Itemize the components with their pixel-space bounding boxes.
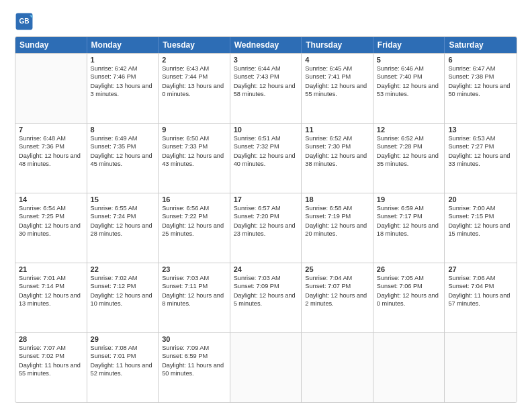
day-number: 5 <box>377 56 441 64</box>
daylight-text-2: 53 minutes. <box>377 90 441 98</box>
daylight-text-2: 2 minutes. <box>305 300 369 308</box>
calendar-row: 21Sunrise: 7:01 AMSunset: 7:14 PMDayligh… <box>15 263 517 332</box>
sunset-text: Sunset: 7:02 PM <box>19 352 83 360</box>
daylight-text-2: 58 minutes. <box>234 90 298 98</box>
sunrise-text: Sunrise: 6:54 AM <box>19 204 83 212</box>
sunset-text: Sunset: 7:38 PM <box>448 73 513 81</box>
calendar-cell: 17Sunrise: 6:57 AMSunset: 7:20 PMDayligh… <box>230 193 302 263</box>
daylight-text-1: Daylight: 12 hours and <box>377 152 441 160</box>
calendar-cell: 11Sunrise: 6:52 AMSunset: 7:30 PMDayligh… <box>302 124 373 193</box>
sunrise-text: Sunrise: 6:55 AM <box>91 204 155 212</box>
calendar-cell: 9Sunrise: 6:50 AMSunset: 7:33 PMDaylight… <box>159 124 230 193</box>
daylight-text-2: 5 minutes. <box>234 300 298 308</box>
calendar-header: SundayMondayTuesdayWednesdayThursdayFrid… <box>15 37 517 53</box>
sunset-text: Sunset: 7:46 PM <box>91 73 155 81</box>
sunset-text: Sunset: 7:32 PM <box>234 142 298 150</box>
calendar-cell: 14Sunrise: 6:54 AMSunset: 7:25 PMDayligh… <box>15 193 87 263</box>
calendar-cell: 7Sunrise: 6:48 AMSunset: 7:36 PMDaylight… <box>15 124 87 193</box>
weekday-header: Sunday <box>15 37 87 53</box>
day-number: 12 <box>377 126 441 134</box>
daylight-text-1: Daylight: 12 hours and <box>234 291 298 300</box>
day-number: 9 <box>162 126 226 134</box>
daylight-text-2: 25 minutes. <box>162 230 226 238</box>
daylight-text-2: 55 minutes. <box>19 369 83 377</box>
day-number: 10 <box>234 126 298 134</box>
sunset-text: Sunset: 7:40 PM <box>377 73 441 81</box>
daylight-text-2: 38 minutes. <box>305 160 369 168</box>
daylight-text-1: Daylight: 11 hours and <box>448 291 513 300</box>
calendar: SundayMondayTuesdayWednesdayThursdayFrid… <box>15 36 517 403</box>
sunrise-text: Sunrise: 6:52 AM <box>305 134 369 142</box>
sunset-text: Sunset: 7:24 PM <box>91 212 155 220</box>
sunrise-text: Sunrise: 7:05 AM <box>377 274 441 282</box>
logo-icon: GB <box>15 12 34 31</box>
day-number: 13 <box>448 126 513 134</box>
day-number: 17 <box>234 195 298 203</box>
sunset-text: Sunset: 7:12 PM <box>91 282 155 290</box>
sunset-text: Sunset: 7:11 PM <box>162 282 226 290</box>
sunrise-text: Sunrise: 6:53 AM <box>448 134 513 142</box>
daylight-text-2: 13 minutes. <box>19 300 83 308</box>
sunrise-text: Sunrise: 6:48 AM <box>19 134 83 142</box>
calendar-cell: 19Sunrise: 6:59 AMSunset: 7:17 PMDayligh… <box>373 193 445 263</box>
day-number: 7 <box>19 126 83 134</box>
sunset-text: Sunset: 7:06 PM <box>377 282 441 290</box>
weekday-header: Friday <box>373 37 445 53</box>
daylight-text-2: 52 minutes. <box>91 369 155 377</box>
weekday-header: Wednesday <box>230 37 302 53</box>
calendar-row: 28Sunrise: 7:07 AMSunset: 7:02 PMDayligh… <box>15 332 517 402</box>
sunrise-text: Sunrise: 6:42 AM <box>91 64 155 73</box>
daylight-text-1: Daylight: 12 hours and <box>91 222 155 230</box>
calendar-cell: 2Sunrise: 6:43 AMSunset: 7:44 PMDaylight… <box>159 54 230 123</box>
calendar-cell <box>373 333 445 402</box>
calendar-cell: 30Sunrise: 7:09 AMSunset: 6:59 PMDayligh… <box>159 333 230 402</box>
daylight-text-1: Daylight: 12 hours and <box>234 222 298 230</box>
daylight-text-1: Daylight: 12 hours and <box>162 291 226 300</box>
calendar-cell: 26Sunrise: 7:05 AMSunset: 7:06 PMDayligh… <box>373 263 445 332</box>
daylight-text-2: 20 minutes. <box>305 230 369 238</box>
sunset-text: Sunset: 7:01 PM <box>91 352 155 360</box>
daylight-text-1: Daylight: 12 hours and <box>19 291 83 300</box>
daylight-text-1: Daylight: 11 hours and <box>162 361 226 369</box>
daylight-text-2: 10 minutes. <box>91 300 155 308</box>
calendar-cell: 22Sunrise: 7:02 AMSunset: 7:12 PMDayligh… <box>87 263 159 332</box>
calendar-cell: 25Sunrise: 7:04 AMSunset: 7:07 PMDayligh… <box>302 263 373 332</box>
svg-text:GB: GB <box>19 17 29 25</box>
sunset-text: Sunset: 7:19 PM <box>305 212 369 220</box>
weekday-header: Saturday <box>445 37 517 53</box>
daylight-text-1: Daylight: 12 hours and <box>234 82 298 90</box>
calendar-cell <box>15 54 87 123</box>
daylight-text-1: Daylight: 13 hours and <box>91 82 155 90</box>
daylight-text-2: 40 minutes. <box>234 160 298 168</box>
weekday-header: Tuesday <box>159 37 230 53</box>
calendar-cell: 29Sunrise: 7:08 AMSunset: 7:01 PMDayligh… <box>87 333 159 402</box>
weekday-header: Thursday <box>302 37 373 53</box>
day-number: 18 <box>305 195 369 203</box>
day-number: 29 <box>91 335 155 343</box>
daylight-text-1: Daylight: 12 hours and <box>19 152 83 160</box>
sunrise-text: Sunrise: 6:49 AM <box>91 134 155 142</box>
day-number: 3 <box>234 56 298 64</box>
calendar-cell <box>230 333 302 402</box>
daylight-text-2: 0 minutes. <box>162 90 226 98</box>
sunset-text: Sunset: 7:14 PM <box>19 282 83 290</box>
daylight-text-2: 8 minutes. <box>162 300 226 308</box>
sunrise-text: Sunrise: 6:50 AM <box>162 134 226 142</box>
day-number: 8 <box>91 126 155 134</box>
daylight-text-2: 23 minutes. <box>234 230 298 238</box>
daylight-text-2: 45 minutes. <box>91 160 155 168</box>
calendar-cell: 15Sunrise: 6:55 AMSunset: 7:24 PMDayligh… <box>87 193 159 263</box>
calendar-cell <box>302 333 373 402</box>
sunset-text: Sunset: 7:22 PM <box>162 212 226 220</box>
daylight-text-2: 43 minutes. <box>162 160 226 168</box>
daylight-text-1: Daylight: 12 hours and <box>305 291 369 300</box>
sunrise-text: Sunrise: 6:59 AM <box>377 204 441 212</box>
day-number: 1 <box>91 56 155 64</box>
sunset-text: Sunset: 7:44 PM <box>162 73 226 81</box>
sunrise-text: Sunrise: 7:03 AM <box>162 274 226 282</box>
day-number: 11 <box>305 126 369 134</box>
daylight-text-1: Daylight: 12 hours and <box>377 222 441 230</box>
day-number: 20 <box>448 195 513 203</box>
calendar-cell <box>445 333 517 402</box>
daylight-text-2: 28 minutes. <box>91 230 155 238</box>
